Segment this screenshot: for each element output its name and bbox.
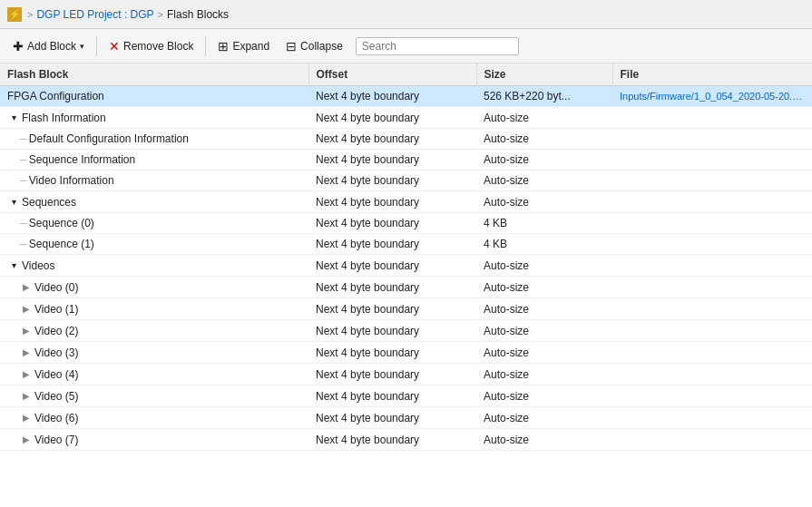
breadcrumb-current: Flash Blocks: [167, 8, 229, 21]
table-row[interactable]: ▶Video (2)Next 4 byte boundaryAuto-size: [0, 320, 812, 342]
cell-name: FPGA Configuration: [0, 86, 308, 107]
toolbar: ✚ Add Block ▾ ✕ Remove Block ⊞ Expand ⊟ …: [0, 29, 812, 63]
col-header-size[interactable]: Size: [476, 63, 612, 86]
cell-size: 526 KB+220 byt...: [476, 86, 612, 107]
cell-offset: Next 4 byte boundary: [308, 342, 476, 364]
col-header-offset[interactable]: Offset: [308, 63, 476, 86]
cell-name: ▶Video (3): [0, 342, 308, 364]
cell-name: ─ Default Configuration Information: [0, 129, 308, 150]
cell-file: [612, 129, 812, 150]
breadcrumb: > DGP LED Project : DGP > Flash Blocks: [27, 8, 229, 21]
table-row[interactable]: ▾SequencesNext 4 byte boundaryAuto-size: [0, 191, 812, 213]
breadcrumb-home-sep: >: [27, 9, 33, 20]
table-row[interactable]: ─ Video InformationNext 4 byte boundaryA…: [0, 171, 812, 191]
cell-file: [612, 385, 812, 407]
expand-toggle-icon[interactable]: ▶: [20, 434, 33, 446]
row-name-text: Video (7): [34, 434, 78, 446]
table-row[interactable]: FPGA ConfigurationNext 4 byte boundary52…: [0, 86, 812, 107]
search-input[interactable]: [362, 40, 513, 53]
expand-toggle-icon[interactable]: ▶: [20, 368, 33, 381]
table-row[interactable]: ─ Sequence (0)Next 4 byte boundary4 KB: [0, 213, 812, 234]
expand-toggle-icon[interactable]: ▶: [20, 346, 33, 359]
cell-offset: Next 4 byte boundary: [308, 86, 476, 107]
add-block-dropdown-icon[interactable]: ▾: [80, 42, 84, 51]
cell-size: Auto-size: [476, 150, 612, 171]
expand-toggle-icon[interactable]: ▾: [7, 196, 20, 209]
table-row[interactable]: ▶Video (7)Next 4 byte boundaryAuto-size: [0, 429, 812, 451]
table-row[interactable]: ▾Flash InformationNext 4 byte boundaryAu…: [0, 107, 812, 129]
breadcrumb-project[interactable]: DGP LED Project : DGP: [36, 8, 153, 21]
row-name-text: Sequence Information: [29, 153, 135, 166]
cell-name: ▶Video (4): [0, 364, 308, 385]
expand-toggle-icon[interactable]: ▶: [20, 412, 33, 424]
expand-toggle-icon[interactable]: ▶: [20, 303, 33, 316]
app-icon: ⚡: [7, 7, 22, 22]
row-name-text: Video (3): [34, 346, 78, 359]
breadcrumb-sep-1: >: [158, 9, 163, 20]
row-name-text: Videos: [22, 259, 54, 272]
cell-file: [612, 191, 812, 213]
remove-block-label: Remove Block: [123, 40, 193, 53]
cell-file: [612, 234, 812, 255]
table-row[interactable]: ▶Video (5)Next 4 byte boundaryAuto-size: [0, 385, 812, 407]
row-label: ─ Sequence (1): [20, 238, 94, 250]
add-block-button[interactable]: ✚ Add Block ▾: [5, 35, 92, 57]
cell-name: ▾Videos: [0, 255, 308, 277]
cell-file: [612, 320, 812, 342]
cell-size: Auto-size: [476, 429, 612, 451]
table-row[interactable]: ─ Sequence (1)Next 4 byte boundary4 KB: [0, 234, 812, 255]
cell-name: ▶Video (0): [0, 277, 308, 298]
row-name-text: Sequence (1): [29, 238, 94, 250]
row-name-text: Video (2): [34, 325, 78, 337]
cell-name: ─ Sequence Information: [0, 150, 308, 171]
col-header-file[interactable]: File: [612, 63, 812, 86]
cell-offset: Next 4 byte boundary: [308, 129, 476, 150]
expand-toggle-icon[interactable]: ▶: [20, 281, 33, 294]
cell-file: [612, 171, 812, 191]
expand-toggle-icon[interactable]: ▾: [7, 112, 20, 124]
expand-toggle-icon[interactable]: ▶: [20, 390, 33, 403]
expand-button[interactable]: ⊞ Expand: [210, 35, 277, 57]
cell-offset: Next 4 byte boundary: [308, 171, 476, 191]
remove-block-button[interactable]: ✕ Remove Block: [102, 35, 201, 57]
tree-line: ─: [20, 175, 27, 186]
table-row[interactable]: ▾VideosNext 4 byte boundaryAuto-size: [0, 255, 812, 277]
cell-name: ─ Video Information: [0, 171, 308, 191]
cell-file: Inputs/Firmware/1_0_054_2020-05-20.bin: [612, 86, 812, 107]
expand-label: Expand: [232, 40, 269, 53]
cell-offset: Next 4 byte boundary: [308, 277, 476, 298]
cell-name: ─ Sequence (1): [0, 234, 308, 255]
expand-toggle-icon[interactable]: ▾: [7, 259, 20, 272]
collapse-button[interactable]: ⊟ Collapse: [279, 35, 350, 57]
cell-file: [612, 364, 812, 385]
cell-size: Auto-size: [476, 342, 612, 364]
table-row[interactable]: ▶Video (0)Next 4 byte boundaryAuto-size: [0, 277, 812, 298]
table-row[interactable]: ─ Sequence InformationNext 4 byte bounda…: [0, 150, 812, 171]
cell-offset: Next 4 byte boundary: [308, 320, 476, 342]
row-name-text: Video (1): [34, 303, 78, 316]
cell-size: Auto-size: [476, 255, 612, 277]
flash-blocks-table: Flash Block Offset Size File FPGA Config…: [0, 63, 812, 507]
search-box[interactable]: [356, 37, 519, 55]
row-label: ▶Video (5): [20, 390, 78, 403]
table-row[interactable]: ▶Video (4)Next 4 byte boundaryAuto-size: [0, 364, 812, 385]
table-row[interactable]: ─ Default Configuration InformationNext …: [0, 129, 812, 150]
row-name-text: Default Configuration Information: [29, 132, 189, 145]
col-header-name[interactable]: Flash Block: [0, 63, 308, 86]
table-row[interactable]: ▶Video (3)Next 4 byte boundaryAuto-size: [0, 342, 812, 364]
table-row[interactable]: ▶Video (1)Next 4 byte boundaryAuto-size: [0, 298, 812, 320]
table-row[interactable]: ▶Video (6)Next 4 byte boundaryAuto-size: [0, 407, 812, 429]
row-label: ▶Video (3): [20, 346, 78, 359]
cell-file: [612, 150, 812, 171]
cell-name: ▶Video (5): [0, 385, 308, 407]
row-label: ▶Video (6): [20, 412, 78, 424]
cell-name: ▾Sequences: [0, 191, 308, 213]
expand-toggle-icon[interactable]: ▶: [20, 325, 33, 337]
cell-offset: Next 4 byte boundary: [308, 385, 476, 407]
cell-file: [612, 407, 812, 429]
cell-offset: Next 4 byte boundary: [308, 298, 476, 320]
toolbar-separator-1: [96, 36, 97, 56]
cell-offset: Next 4 byte boundary: [308, 213, 476, 234]
title-bar: ⚡ > DGP LED Project : DGP > Flash Blocks: [0, 0, 812, 29]
cell-offset: Next 4 byte boundary: [308, 364, 476, 385]
